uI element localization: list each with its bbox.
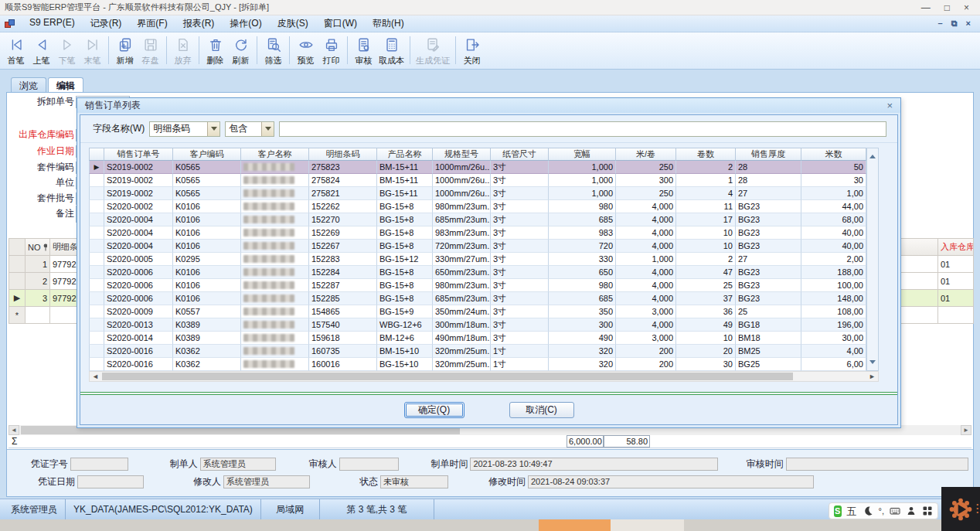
menu-item[interactable]: S9 ERP(E) <box>23 15 81 32</box>
mdi-restore-icon[interactable]: ⧉ <box>951 19 958 29</box>
scroll-left-icon[interactable]: ◄ <box>9 425 19 435</box>
scroll-left-icon[interactable]: ◄ <box>90 372 101 381</box>
menu-item[interactable]: 帮助(H) <box>366 15 410 32</box>
table-row[interactable]: S2020-0014K0389159618BM-12+6490mm/18um..… <box>89 332 879 345</box>
toolbar-first-button[interactable]: 首笔 <box>3 33 29 67</box>
grid-horizontal-scrollbar[interactable]: ◄ ► <box>89 371 879 382</box>
row-selector[interactable] <box>9 256 26 273</box>
table-row[interactable]: S2020-0004K0106152269BG-15+8983mm/23um..… <box>89 226 879 240</box>
row-selector[interactable] <box>89 332 104 345</box>
column-header[interactable]: 客户名称 <box>241 148 309 161</box>
table-row[interactable]: S2020-0006K0106152284BG-15+8650mm/23um..… <box>89 266 879 279</box>
person-icon[interactable] <box>906 505 917 516</box>
punctuation-mode-icon[interactable]: °, <box>879 505 884 517</box>
table-row[interactable]: S2020-0004K0106152267BG-15+8720mm/23um..… <box>89 240 879 253</box>
toolbox-grid-icon[interactable] <box>922 505 933 516</box>
scroll-down-icon[interactable] <box>869 360 876 367</box>
moon-icon[interactable] <box>863 505 873 516</box>
toolbar-print-button[interactable]: 打印 <box>318 33 344 67</box>
cancel-button[interactable]: 取消(C) <box>509 402 574 418</box>
scroll-right-icon[interactable]: ► <box>961 425 971 435</box>
table-row[interactable]: S2020-0013K0389157540WBG-12+6300mm/18um.… <box>89 318 879 332</box>
row-selector[interactable] <box>89 266 104 279</box>
toolbar-delete-button[interactable]: 删除 <box>202 33 228 67</box>
column-header[interactable]: 规格型号 <box>433 148 491 161</box>
column-header[interactable]: 明细条码 <box>309 148 377 161</box>
table-row[interactable]: S2020-0002K0106152262BG-15+8980mm/23um..… <box>89 200 879 213</box>
menu-item[interactable]: 操作(O) <box>223 15 267 32</box>
taskbar-item[interactable] <box>611 519 684 531</box>
menu-item[interactable]: 记录(R) <box>84 15 128 32</box>
menu-item[interactable]: 报表(R) <box>177 15 221 32</box>
column-header[interactable]: 销售订单号 <box>104 148 173 161</box>
row-selector[interactable] <box>89 200 104 213</box>
chevron-down-icon[interactable] <box>207 122 219 136</box>
column-header[interactable]: 销售厚度 <box>736 148 801 161</box>
sogou-logo-icon[interactable]: S <box>834 505 842 517</box>
row-selector[interactable] <box>89 187 104 200</box>
maximize-icon[interactable]: □ <box>944 1 950 15</box>
menu-item[interactable]: 皮肤(S) <box>271 15 315 32</box>
toolbar-cost-button[interactable]: 取成本 <box>376 33 407 67</box>
table-row[interactable]: ▶S2019-0002K0565275823BM-15+111000mm/26u… <box>89 161 879 174</box>
taskbar-item-active[interactable] <box>539 519 611 531</box>
row-selector[interactable] <box>89 253 104 266</box>
chevron-down-icon[interactable] <box>261 122 274 136</box>
table-row[interactable]: S2020-0006K0106152287BG-15+8980mm/23um..… <box>89 279 879 292</box>
toolbar-prev-button[interactable]: 上笔 <box>29 33 54 67</box>
minimize-icon[interactable]: — <box>921 1 931 15</box>
column-header[interactable]: 米/卷 <box>616 148 676 161</box>
table-row[interactable]: S2020-0006K0106152285BG-15+8685mm/23um..… <box>89 292 879 305</box>
table-row[interactable]: S2019-0002K0565275821BG-15+111000mm/26u.… <box>89 187 879 200</box>
column-header[interactable]: 米数 <box>801 148 866 161</box>
row-selector[interactable] <box>89 358 104 371</box>
scroll-up-icon[interactable] <box>869 151 876 158</box>
row-selector[interactable] <box>89 318 104 332</box>
table-row[interactable]: S2020-0016K0362160735BM-15+10320mm/25um.… <box>89 345 879 358</box>
row-selector[interactable] <box>89 226 104 240</box>
table-row[interactable]: S2020-0009K0557154865BG-15+9350mm/24um..… <box>89 305 879 318</box>
row-selector[interactable]: ▶ <box>9 290 26 307</box>
tab-browse[interactable]: 浏览 <box>11 77 46 92</box>
row-selector[interactable] <box>89 292 104 305</box>
tab-edit[interactable]: 编辑 <box>48 77 83 92</box>
table-row[interactable]: S2020-0005K0295152283BG-15+12330mm/27um.… <box>89 253 879 266</box>
table-row[interactable]: S2020-0016K0362160016BG-15+10320mm/25um.… <box>89 358 879 371</box>
mdi-minimize-icon[interactable]: – <box>938 19 943 29</box>
toolbar-filter-button[interactable]: 筛选 <box>260 33 286 67</box>
table-row[interactable]: S2019-0002K0565275824BM-15+111000mm/26u.… <box>89 174 879 187</box>
toolbar-refresh-button[interactable]: 刷新 <box>228 33 254 67</box>
overlay-app-logo[interactable]: ••• <box>941 487 980 531</box>
toolbar-preview-button[interactable]: 预览 <box>293 33 318 67</box>
mdi-close-icon[interactable]: × <box>966 19 971 29</box>
menu-item[interactable]: 窗口(W) <box>318 15 363 32</box>
column-header[interactable]: 产品名称 <box>377 148 433 161</box>
dialog-close-icon[interactable]: × <box>886 100 893 111</box>
wubi-mode-icon[interactable]: 五 <box>847 505 857 517</box>
field-name-combo[interactable]: 明细条码 <box>149 121 220 137</box>
toolbar-close-button[interactable]: 关闭 <box>459 33 485 67</box>
toolbar-add-button[interactable]: 新增 <box>112 33 138 67</box>
table-row[interactable]: S2020-0004K0106152270BG-15+8685mm/23um..… <box>89 213 879 226</box>
row-selector[interactable] <box>89 213 104 226</box>
row-selector[interactable] <box>89 345 104 358</box>
close-icon[interactable]: × <box>964 1 969 15</box>
row-selector[interactable] <box>89 305 104 318</box>
dialog-title-bar[interactable]: 销售订单列表 × <box>77 98 900 113</box>
search-input[interactable] <box>279 121 886 137</box>
ok-button[interactable]: 确定(Q) <box>404 402 464 418</box>
toolbar-audit-button[interactable]: 审核 <box>351 33 376 67</box>
grid-vertical-scrollbar[interactable] <box>866 148 879 371</box>
row-selector[interactable] <box>9 273 26 290</box>
row-selector[interactable] <box>89 240 104 253</box>
column-header[interactable]: 宽幅 <box>549 148 616 161</box>
row-selector[interactable] <box>89 174 104 187</box>
column-header[interactable]: 纸管尺寸 <box>491 148 549 161</box>
horizontal-scrollbar-thumb[interactable] <box>102 373 793 380</box>
menu-item[interactable]: 界面(F) <box>131 15 173 32</box>
scroll-right-icon[interactable]: ► <box>866 372 878 381</box>
column-header[interactable]: 卷数 <box>676 148 736 161</box>
row-selector[interactable] <box>89 279 104 292</box>
keyboard-icon[interactable] <box>890 505 900 516</box>
column-header[interactable]: 客户编码 <box>173 148 241 161</box>
